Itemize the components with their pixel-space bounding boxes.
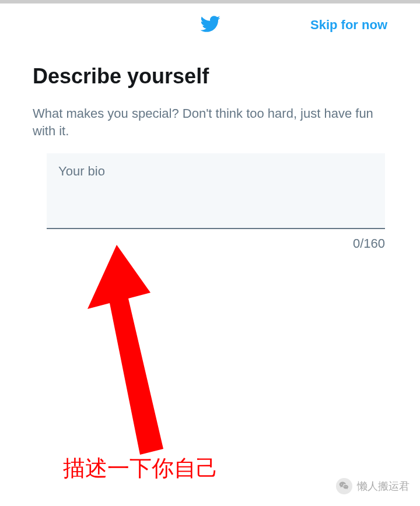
bio-placeholder-label: Your bio <box>58 164 373 179</box>
watermark-text: 懒人搬运君 <box>357 479 410 493</box>
page-subtitle: What makes you special? Don't think too … <box>33 105 387 139</box>
annotation-arrow-icon <box>82 245 175 455</box>
twitter-bird-icon <box>200 13 220 37</box>
watermark: 懒人搬运君 <box>336 478 410 494</box>
skip-for-now-link[interactable]: Skip for now <box>310 17 387 33</box>
bio-textarea[interactable]: Your bio <box>47 153 385 229</box>
header: Skip for now <box>0 3 420 47</box>
main-content: Describe yourself What makes you special… <box>0 47 420 251</box>
page-title: Describe yourself <box>33 64 387 89</box>
character-count: 0/160 <box>47 236 385 251</box>
wechat-icon <box>336 478 352 494</box>
annotation-text: 描述一下你自己 <box>63 454 218 483</box>
svg-marker-0 <box>88 245 163 455</box>
